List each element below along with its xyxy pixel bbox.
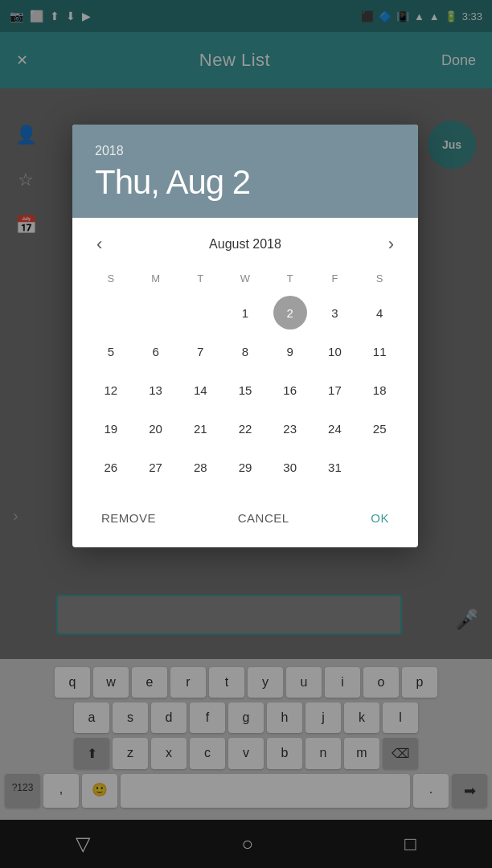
cal-day-11[interactable]: 11 [363,334,396,368]
day-header-wed: W [223,269,268,288]
cal-day-27[interactable]: 27 [139,450,173,484]
day-header-fri: F [313,269,358,288]
cal-day-2[interactable]: 2 [273,296,307,330]
cal-day-22[interactable]: 22 [228,411,262,445]
cancel-button[interactable]: CANCEL [228,505,299,531]
day-header-mon: M [133,269,178,288]
cal-day-28[interactable]: 28 [183,450,217,484]
cal-day-17[interactable]: 17 [318,373,351,407]
cal-day-20[interactable]: 20 [139,411,173,445]
cal-day-31[interactable]: 31 [318,450,351,484]
cal-day-6[interactable]: 6 [139,334,173,368]
modal-header: 2018 Thu, Aug 2 [72,125,418,218]
year-label: 2018 [95,144,396,158]
cal-empty-0-2 [183,296,217,330]
calendar-grid: 1234567891011121314151617181920212223242… [88,294,402,485]
cal-day-9[interactable]: 9 [273,334,307,368]
prev-month-button[interactable]: ‹ [88,231,110,258]
cal-day-16[interactable]: 16 [273,373,307,407]
cal-day-5[interactable]: 5 [94,334,128,368]
day-header-sat: S [357,269,402,288]
cal-day-4[interactable]: 4 [363,296,396,330]
ok-button[interactable]: OK [361,505,399,531]
selected-date-label: Thu, Aug 2 [95,163,396,202]
cal-day-30[interactable]: 30 [273,450,307,484]
cal-day-26[interactable]: 26 [94,450,128,484]
cal-day-19[interactable]: 19 [94,411,128,445]
next-month-button[interactable]: › [380,231,402,258]
cal-day-24[interactable]: 24 [318,411,351,445]
cal-day-13[interactable]: 13 [139,373,173,407]
cal-day-25[interactable]: 25 [363,411,396,445]
cal-day-21[interactable]: 21 [183,411,217,445]
cal-day-10[interactable]: 10 [318,334,351,368]
day-header-thu: T [268,269,313,288]
day-headers: S M T W T F S [88,269,402,288]
cal-day-29[interactable]: 29 [228,450,262,484]
month-year-label: August 2018 [209,237,281,252]
cal-day-8[interactable]: 8 [228,334,262,368]
cal-day-3[interactable]: 3 [318,296,351,330]
cal-day-18[interactable]: 18 [363,373,396,407]
remove-button[interactable]: REMOVE [92,505,166,531]
cal-day-1[interactable]: 1 [228,296,262,330]
cal-day-23[interactable]: 23 [273,411,307,445]
cal-empty-4-6 [363,450,396,484]
date-picker-dialog: 2018 Thu, Aug 2 ‹ August 2018 › S M T W … [72,125,418,547]
cal-day-12[interactable]: 12 [94,373,128,407]
cal-empty-0-1 [139,296,173,330]
cal-day-7[interactable]: 7 [183,334,217,368]
month-navigation: ‹ August 2018 › [88,231,402,258]
day-header-tue: T [178,269,223,288]
cal-day-15[interactable]: 15 [228,373,262,407]
cal-empty-0-0 [94,296,128,330]
cal-day-14[interactable]: 14 [183,373,217,407]
modal-actions: REMOVE CANCEL OK [72,493,418,547]
calendar-body: ‹ August 2018 › S M T W T F S 1234567891… [72,218,418,493]
day-header-sun: S [88,269,133,288]
